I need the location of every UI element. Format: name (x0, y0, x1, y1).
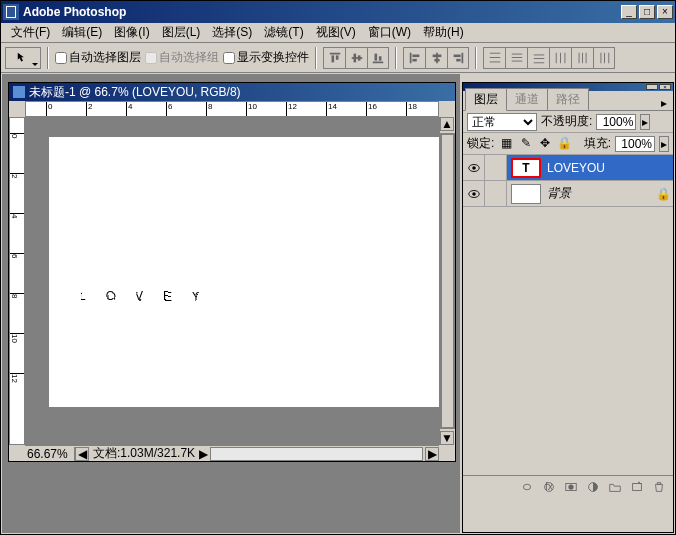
new-layer-icon[interactable] (627, 478, 647, 496)
distribute-right-icon[interactable] (593, 47, 615, 69)
svg-rect-27 (555, 52, 556, 63)
link-cell[interactable] (485, 155, 507, 180)
maximize-button[interactable]: □ (639, 5, 655, 19)
minimize-button[interactable]: _ (621, 5, 637, 19)
svg-rect-14 (434, 58, 439, 61)
layer-thumbnail[interactable] (511, 184, 541, 204)
svg-rect-31 (582, 52, 583, 63)
adjustment-layer-icon[interactable] (583, 478, 603, 496)
fill-input[interactable] (615, 136, 655, 152)
canvas[interactable]: LOVEY (49, 137, 439, 407)
menu-layer[interactable]: 图层(L) (156, 22, 207, 43)
link-layers-icon[interactable] (517, 478, 537, 496)
scroll-left-arrow-icon[interactable]: ◀ (75, 447, 89, 461)
fill-arrow-icon[interactable]: ▸ (659, 136, 669, 152)
canvas-text-content[interactable]: LOVEY (79, 227, 219, 319)
menu-image[interactable]: 图像(I) (108, 22, 155, 43)
distribute-left-icon[interactable] (549, 47, 571, 69)
svg-rect-20 (489, 61, 500, 62)
panel-close-button[interactable]: × (659, 84, 671, 90)
lock-fill-row: 锁定: ▦ ✎ ✥ 🔒 填充: ▸ (463, 133, 673, 155)
distribute-vcenter-icon[interactable] (505, 47, 527, 69)
distribute-top-icon[interactable] (483, 47, 505, 69)
tab-paths[interactable]: 路径 (547, 88, 589, 110)
fill-label: 填充: (584, 135, 611, 152)
visibility-icon[interactable] (463, 181, 485, 206)
scroll-down-arrow-icon[interactable]: ▼ (440, 431, 454, 445)
vertical-scrollbar[interactable]: ▲ ▼ (439, 117, 455, 445)
menu-select[interactable]: 选择(S) (206, 22, 258, 43)
svg-rect-2 (335, 55, 338, 59)
divider (47, 47, 49, 69)
status-bar: 66.67% ◀ 文档:1.03M/321.7K ▶ ▶ (25, 445, 439, 461)
align-top-icon[interactable] (323, 47, 345, 69)
lock-pixels-icon[interactable]: ✎ (518, 136, 534, 152)
canvas-viewport[interactable]: LOVEY (25, 117, 439, 445)
tool-preset-picker[interactable] (5, 47, 41, 69)
menu-help[interactable]: 帮助(H) (417, 22, 470, 43)
tab-channels[interactable]: 通道 (506, 88, 548, 110)
align-left-icon[interactable] (403, 47, 425, 69)
scroll-v-thumb[interactable] (441, 134, 454, 428)
layer-name[interactable]: 背景 (545, 185, 653, 202)
svg-rect-32 (585, 52, 586, 63)
distribute-hcenter-icon[interactable] (571, 47, 593, 69)
svg-rect-28 (560, 52, 561, 63)
svg-rect-19 (489, 57, 500, 58)
svg-rect-16 (454, 54, 461, 57)
align-hcenter-icon[interactable] (425, 47, 447, 69)
svg-rect-22 (511, 57, 522, 58)
opacity-arrow-icon[interactable]: ▸ (640, 114, 650, 130)
tab-layers[interactable]: 图层 (465, 88, 507, 111)
align-right-icon[interactable] (447, 47, 469, 69)
delete-layer-icon[interactable] (649, 478, 669, 496)
layer-row[interactable]: T LOVEYOU (463, 155, 673, 181)
layer-thumbnail[interactable]: T (511, 158, 541, 178)
menu-edit[interactable]: 编辑(E) (56, 22, 108, 43)
info-arrow-icon[interactable]: ▶ (199, 447, 208, 461)
menu-filter[interactable]: 滤镜(T) (258, 22, 309, 43)
visibility-icon[interactable] (463, 155, 485, 180)
blend-mode-select[interactable]: 正常 (467, 113, 537, 131)
horizontal-ruler[interactable]: 02468101214161820 (25, 101, 439, 117)
lock-all-icon[interactable]: 🔒 (556, 136, 572, 152)
distribute-bottom-icon[interactable] (527, 47, 549, 69)
auto-select-group-checkbox[interactable]: 自动选择组 (145, 49, 219, 66)
svg-rect-7 (375, 53, 378, 60)
align-vcenter-icon[interactable] (345, 47, 367, 69)
new-group-icon[interactable] (605, 478, 625, 496)
zoom-level[interactable]: 66.67% (25, 447, 75, 461)
svg-rect-10 (412, 54, 419, 57)
close-button[interactable]: × (657, 5, 673, 19)
menu-view[interactable]: 视图(V) (310, 22, 362, 43)
layer-name[interactable]: LOVEYOU (545, 161, 673, 175)
workspace: 未标题-1 @ 66.7% (LOVEYOU, RGB/8) 024681012… (2, 74, 460, 533)
svg-rect-11 (412, 58, 416, 61)
scroll-h-track[interactable] (210, 447, 423, 461)
show-transform-checkbox[interactable]: 显示变换控件 (223, 49, 309, 66)
lock-position-icon[interactable]: ✥ (537, 136, 553, 152)
align-bottom-icon[interactable] (367, 47, 389, 69)
auto-select-layer-checkbox[interactable]: 自动选择图层 (55, 49, 141, 66)
document-titlebar[interactable]: 未标题-1 @ 66.7% (LOVEYOU, RGB/8) (9, 83, 455, 101)
svg-rect-1 (331, 55, 334, 62)
lock-transparency-icon[interactable]: ▦ (498, 136, 514, 152)
scroll-up-arrow-icon[interactable]: ▲ (440, 117, 454, 131)
panel-minimize-button[interactable]: _ (646, 84, 658, 90)
layer-row[interactable]: 背景 🔒 (463, 181, 673, 207)
opacity-input[interactable] (596, 114, 636, 130)
layer-mask-icon[interactable] (561, 478, 581, 496)
scroll-v-track[interactable] (440, 133, 455, 429)
document-info[interactable]: 文档:1.03M/321.7K (89, 445, 199, 462)
menu-window[interactable]: 窗口(W) (362, 22, 417, 43)
vertical-ruler[interactable]: 024681012 (9, 117, 25, 445)
menu-file[interactable]: 文件(F) (5, 22, 56, 43)
layer-style-icon[interactable]: fx (539, 478, 559, 496)
panel-menu-icon[interactable]: ▸ (657, 96, 671, 110)
divider (315, 47, 317, 69)
align-buttons (323, 47, 389, 69)
svg-rect-29 (564, 52, 565, 63)
link-cell[interactable] (485, 181, 507, 206)
scroll-right-arrow-icon[interactable]: ▶ (425, 447, 439, 461)
layers-panel: _ × 图层 通道 路径 ▸ 正常 不透明度: ▸ 锁定: ▦ ✎ ✥ 🔒 填充… (462, 82, 674, 533)
